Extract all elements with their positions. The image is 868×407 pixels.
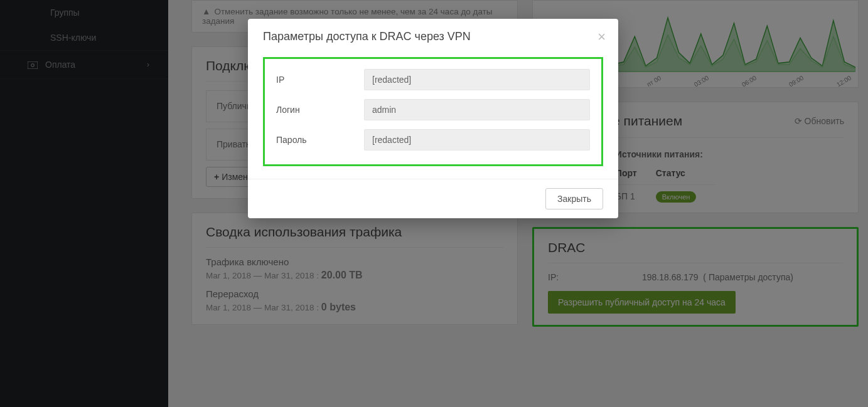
modal-close-button[interactable]: Закрыть [545,188,603,209]
modal-title: Параметры доступа к DRAC через VPN [263,30,603,43]
modal-highlight-box: IP [redacted] Логин admin Пароль [redact… [263,57,603,166]
modal-password-label: Пароль [276,135,364,145]
drac-access-modal: Параметры доступа к DRAC через VPN × IP … [248,19,618,218]
modal-password-value: [redacted] [364,129,590,151]
modal-login-value: admin [364,99,590,120]
modal-ip-label: IP [276,75,364,85]
modal-login-label: Логин [276,105,364,115]
close-icon[interactable]: × [597,29,606,45]
modal-ip-value: [redacted] [364,69,590,90]
